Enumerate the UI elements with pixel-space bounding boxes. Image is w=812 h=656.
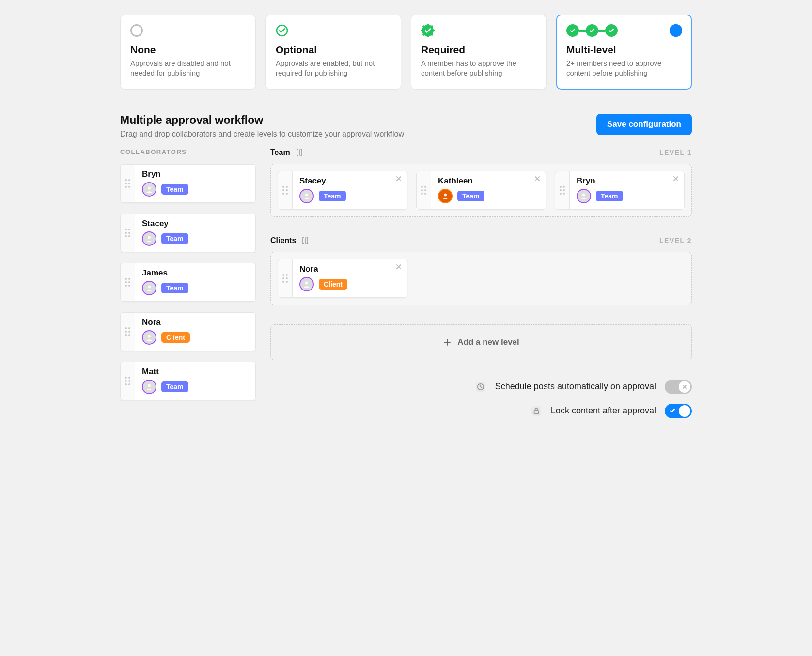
section-title: Multiple approval workflow xyxy=(120,114,404,127)
role-tag: Team xyxy=(596,191,623,201)
avatar xyxy=(142,182,156,197)
level-number: LEVEL 2 xyxy=(659,237,692,244)
save-button[interactable]: Save configuration xyxy=(596,114,692,135)
level-drop-zone[interactable]: StaceyTeamKathleenTeamBrynTeam xyxy=(270,164,692,217)
collaborator-name: James xyxy=(142,268,249,278)
level-member-card[interactable]: BrynTeam xyxy=(555,171,685,210)
approval-options: None Approvals are disabled and not need… xyxy=(120,15,692,90)
section-subtitle: Drag and drop collaborators and create l… xyxy=(120,130,404,138)
setting-label: Schedule posts automatically on approval xyxy=(495,381,656,392)
role-tag: Team xyxy=(457,191,484,201)
drag-handle[interactable] xyxy=(278,171,292,210)
level-member-card[interactable]: KathleenTeam xyxy=(416,171,546,210)
avatar xyxy=(142,281,156,295)
workflow: COLLABORATORS BrynTeamStaceyTeamJamesTea… xyxy=(120,148,692,418)
svg-point-8 xyxy=(422,33,425,36)
add-level-label: Add a new level xyxy=(457,337,519,347)
level-title: Clients xyxy=(270,236,296,245)
levels-column: TeamLEVEL 1StaceyTeamKathleenTeamBrynTea… xyxy=(270,148,692,418)
drag-handle[interactable] xyxy=(120,312,135,351)
close-icon[interactable] xyxy=(533,175,541,183)
collaborator-card[interactable]: NoraClient xyxy=(120,312,256,351)
svg-point-12 xyxy=(148,236,151,239)
role-tag: Team xyxy=(161,184,188,195)
setting-schedule: Schedule posts automatically on approval xyxy=(270,380,692,394)
level-member-card[interactable]: NoraClient xyxy=(278,259,407,298)
collaborator-card[interactable]: BrynTeam xyxy=(120,164,256,203)
avatar xyxy=(142,330,156,345)
svg-point-14 xyxy=(148,335,151,337)
option-multilevel[interactable]: Multi-level 2+ members need to approve c… xyxy=(556,15,692,90)
multi-check-icon xyxy=(566,24,618,37)
drag-handle[interactable] xyxy=(120,164,135,203)
close-icon[interactable] xyxy=(395,175,403,183)
member-name: Stacey xyxy=(299,176,400,186)
check-outline-icon xyxy=(276,24,288,37)
plus-icon xyxy=(443,338,452,347)
collaborator-name: Nora xyxy=(142,318,249,327)
role-tag: Client xyxy=(161,332,190,343)
svg-point-7 xyxy=(431,25,433,28)
role-tag: Team xyxy=(161,381,188,392)
section-header: Multiple approval workflow Drag and drop… xyxy=(120,114,692,138)
role-tag: Client xyxy=(319,279,347,290)
collaborator-card[interactable]: JamesTeam xyxy=(120,263,256,302)
close-icon[interactable] xyxy=(672,175,680,183)
option-required[interactable]: Required A member has to approve the con… xyxy=(411,15,547,90)
collaborators-column: COLLABORATORS BrynTeamStaceyTeamJamesTea… xyxy=(120,148,256,418)
setting-label: Lock content after approval xyxy=(551,406,656,416)
collaborators-label: COLLABORATORS xyxy=(120,148,256,155)
svg-point-11 xyxy=(148,186,151,189)
drag-handle[interactable] xyxy=(120,362,135,400)
svg-point-10 xyxy=(670,24,682,37)
role-tag: Team xyxy=(319,191,346,201)
clock-icon xyxy=(475,381,486,393)
level-drop-zone[interactable]: NoraClient xyxy=(270,252,692,305)
toggle-lock[interactable] xyxy=(665,404,692,418)
avatar xyxy=(299,189,314,203)
svg-point-18 xyxy=(582,193,585,196)
option-desc: 2+ members need to approve content befor… xyxy=(566,59,682,78)
option-title: None xyxy=(130,44,246,56)
add-level-button[interactable]: Add a new level xyxy=(270,324,692,360)
close-icon[interactable] xyxy=(395,263,403,271)
drag-handle[interactable] xyxy=(555,171,569,210)
level-member-card[interactable]: StaceyTeam xyxy=(278,171,407,210)
rename-icon[interactable] xyxy=(295,148,304,157)
drag-handle[interactable] xyxy=(120,214,135,252)
circle-icon xyxy=(130,24,143,37)
collaborator-name: Bryn xyxy=(142,169,249,179)
member-name: Bryn xyxy=(577,176,677,186)
avatar xyxy=(142,380,156,394)
svg-point-19 xyxy=(305,281,308,284)
collaborator-card[interactable]: StaceyTeam xyxy=(120,214,256,252)
option-optional[interactable]: Optional Approvals are enabled, but not … xyxy=(265,15,401,90)
option-desc: Approvals are enabled, but not required … xyxy=(276,59,391,78)
level-title: Team xyxy=(270,148,290,157)
setting-lock: Lock content after approval xyxy=(270,404,692,418)
rename-icon[interactable] xyxy=(301,236,310,245)
drag-handle[interactable] xyxy=(416,171,431,210)
role-tag: Team xyxy=(161,233,188,244)
option-title: Optional xyxy=(276,44,391,56)
settings: Schedule posts automatically on approval… xyxy=(270,380,692,418)
option-title: Multi-level xyxy=(566,44,682,56)
drag-handle[interactable] xyxy=(278,259,292,298)
collaborator-name: Stacey xyxy=(142,219,249,229)
svg-point-9 xyxy=(431,33,433,36)
svg-point-6 xyxy=(422,25,425,28)
collaborator-card[interactable]: MattTeam xyxy=(120,362,256,400)
avatar xyxy=(577,189,591,203)
level-header: ClientsLEVEL 2 xyxy=(270,236,692,245)
collaborator-name: Matt xyxy=(142,367,249,377)
member-name: Kathleen xyxy=(438,176,539,186)
option-desc: Approvals are disabled and not needed fo… xyxy=(130,59,246,78)
toggle-schedule[interactable] xyxy=(665,380,692,394)
drag-handle[interactable] xyxy=(120,263,135,302)
avatar xyxy=(438,189,453,203)
svg-point-17 xyxy=(444,193,447,196)
option-none[interactable]: None Approvals are disabled and not need… xyxy=(120,15,256,90)
role-tag: Team xyxy=(161,283,188,293)
svg-point-16 xyxy=(305,193,308,196)
check-seal-icon xyxy=(421,24,435,37)
